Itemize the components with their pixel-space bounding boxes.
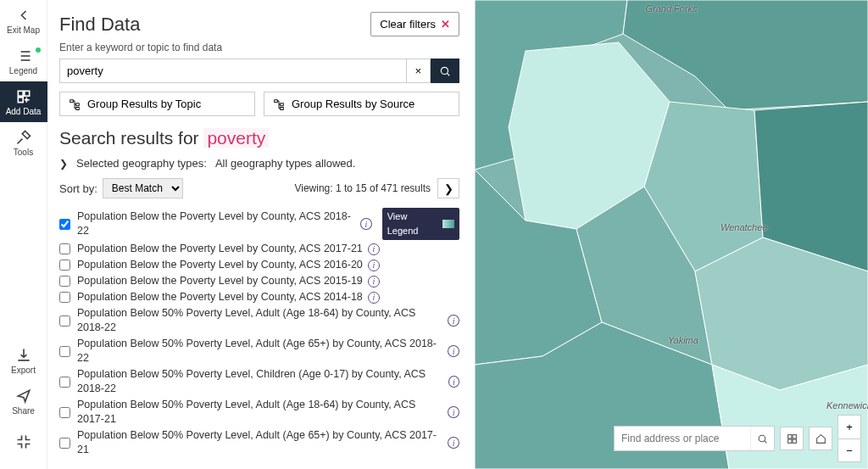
info-icon[interactable]: i [368, 292, 380, 304]
geography-filter-row[interactable]: ❯ Selected geography types: All geograph… [59, 157, 459, 170]
view-legend-label: View Legend [387, 209, 440, 238]
exit-map-label: Exit Map [7, 25, 40, 35]
search-submit-button[interactable] [431, 59, 459, 83]
result-checkbox[interactable] [59, 315, 70, 327]
result-checkbox[interactable] [59, 407, 70, 418]
result-label[interactable]: Population Below 50% Poverty Level, Adul… [77, 428, 442, 457]
result-checkbox[interactable] [59, 260, 70, 271]
next-page-button[interactable]: ❯ [437, 178, 459, 198]
tools-button[interactable]: Tools [0, 122, 47, 163]
result-item: Population Below 50% Poverty Level, Adul… [59, 336, 459, 366]
share-button[interactable]: Share [0, 381, 47, 422]
zoom-in-button[interactable]: + [837, 415, 861, 438]
svg-rect-15 [76, 107, 80, 109]
svg-rect-17 [281, 103, 284, 105]
home-extent-button[interactable] [809, 427, 832, 450]
tools-icon [15, 129, 32, 146]
tree-icon [69, 98, 81, 110]
result-item: Population Below the Poverty Level by Co… [59, 273, 459, 289]
share-icon [15, 388, 32, 405]
result-label[interactable]: Population Below the Poverty Level by Co… [77, 242, 363, 256]
grid-icon [787, 433, 798, 444]
legend-indicator-dot [36, 47, 41, 53]
left-sidebar: Exit Map Legend Add Data Tools Export [0, 0, 47, 469]
result-item: Population Below 50% Poverty Level, Adul… [59, 397, 459, 427]
map-search-button[interactable] [750, 427, 774, 450]
result-checkbox[interactable] [59, 276, 70, 287]
sort-select[interactable]: Best Match [103, 178, 183, 198]
result-checkbox[interactable] [59, 219, 70, 230]
view-legend-button[interactable]: View Legend [382, 208, 459, 240]
map-search [614, 426, 775, 451]
result-label[interactable]: Population Below the Poverty Level by Co… [77, 258, 363, 272]
svg-rect-7 [24, 91, 29, 96]
result-item: Population Below 50% Poverty Level, Chil… [59, 458, 459, 461]
minimize-icon [15, 433, 32, 450]
result-label[interactable]: Population Below 50% Poverty Level, Adul… [77, 306, 442, 335]
geography-label: Selected geography types: [76, 157, 207, 170]
map-controls: + − [614, 415, 861, 462]
search-input[interactable] [59, 59, 407, 83]
result-label[interactable]: Population Below 50% Poverty Level, Adul… [77, 398, 442, 427]
geography-value: All geography types allowed. [215, 157, 356, 170]
exit-map-button[interactable]: Exit Map [0, 0, 47, 41]
info-icon[interactable]: i [368, 260, 380, 271]
sort-label: Sort by: [59, 182, 97, 195]
chevron-right-icon: ❯ [59, 158, 68, 170]
info-icon[interactable]: i [448, 345, 459, 357]
result-item: Population Below the Poverty Level by Co… [59, 289, 459, 305]
svg-rect-21 [787, 434, 791, 438]
export-button[interactable]: Export [0, 340, 47, 381]
map-area[interactable]: Grand Forks WenatcheeYakimaKennewick + − [475, 0, 868, 469]
legend-icon [15, 47, 32, 64]
result-checkbox[interactable] [59, 292, 70, 303]
info-icon[interactable]: i [448, 315, 459, 327]
results-list: Population Below the Poverty Level by Co… [59, 207, 459, 461]
svg-rect-8 [18, 97, 23, 102]
fullscreen-button[interactable] [0, 422, 47, 462]
info-icon[interactable]: i [448, 376, 459, 388]
group-by-topic-button[interactable]: Group Results by Topic [59, 92, 255, 116]
legend-button[interactable]: Legend [0, 41, 47, 81]
result-label[interactable]: Population Below the Poverty Level by Co… [77, 209, 355, 238]
result-label[interactable]: Population Below 50% Poverty Level, Chil… [77, 459, 443, 461]
result-label[interactable]: Population Below 50% Poverty Level, Chil… [77, 367, 443, 396]
svg-rect-23 [787, 439, 791, 443]
result-checkbox[interactable] [59, 438, 70, 449]
basemap-button[interactable] [780, 427, 804, 450]
svg-rect-22 [793, 434, 796, 438]
result-label[interactable]: Population Below the Poverty Level by Co… [77, 290, 363, 304]
result-label[interactable]: Population Below the Poverty Level by Co… [77, 274, 363, 288]
add-data-icon [15, 88, 32, 105]
panel-title: Find Data [59, 14, 140, 36]
find-data-panel: Find Data Clear filters ✕ Enter a keywor… [47, 0, 475, 469]
info-icon[interactable]: i [360, 218, 372, 230]
zoom-out-button[interactable]: − [837, 438, 861, 462]
x-icon: × [415, 64, 422, 77]
plus-icon: + [846, 421, 853, 433]
add-data-button[interactable]: Add Data [0, 81, 47, 122]
legend-swatch-icon [442, 220, 454, 228]
choropleth-layer [475, 0, 868, 469]
svg-rect-6 [18, 91, 23, 96]
export-label: Export [11, 366, 36, 375]
result-checkbox[interactable] [59, 377, 70, 388]
map-search-input[interactable] [615, 427, 750, 450]
viewing-text: Viewing: 1 to 15 of 471 results [294, 182, 431, 194]
info-icon[interactable]: i [448, 437, 459, 449]
group-by-source-button[interactable]: Group Results by Source [264, 92, 459, 116]
clear-filters-label: Clear filters [380, 18, 436, 31]
info-icon[interactable]: i [368, 276, 380, 288]
clear-filters-button[interactable]: Clear filters ✕ [370, 12, 459, 36]
result-checkbox[interactable] [59, 346, 70, 357]
search-icon [439, 65, 451, 77]
search-term-highlight: poverty [203, 128, 269, 148]
info-icon[interactable]: i [448, 406, 459, 418]
result-label[interactable]: Population Below 50% Poverty Level, Adul… [77, 337, 442, 366]
legend-label: Legend [9, 66, 37, 75]
info-icon[interactable]: i [368, 243, 380, 255]
search-clear-button[interactable]: × [407, 59, 431, 83]
svg-point-11 [441, 67, 448, 74]
result-item: Population Below 50% Poverty Level, Chil… [59, 366, 459, 397]
result-checkbox[interactable] [59, 243, 70, 254]
